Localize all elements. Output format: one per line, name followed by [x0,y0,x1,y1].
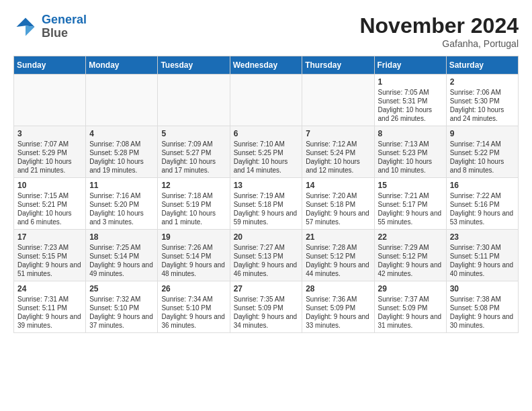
calendar: SundayMondayTuesdayWednesdayThursdayFrid… [13,56,519,333]
day-info: Daylight: 9 hours and 59 minutes. [234,209,299,226]
calendar-cell: 19Sunrise: 7:26 AMSunset: 5:14 PMDayligh… [158,230,230,281]
day-info: Sunrise: 7:21 AM [378,191,443,200]
day-info: Sunrise: 7:29 AM [378,243,443,252]
calendar-cell: 6Sunrise: 7:10 AMSunset: 5:25 PMDaylight… [230,126,302,178]
day-number: 25 [89,284,154,293]
day-info: Sunset: 5:14 PM [161,252,226,261]
day-info: Sunset: 5:11 PM [17,304,82,312]
svg-marker-1 [26,26,35,36]
day-info: Sunset: 5:17 PM [378,200,443,209]
location: Gafanha, Portugal [359,38,519,49]
day-info: Daylight: 9 hours and 39 minutes. [17,312,82,330]
calendar-cell: 5Sunrise: 7:09 AMSunset: 5:27 PMDaylight… [158,126,230,178]
day-info: Sunset: 5:22 PM [450,148,515,157]
day-info: Sunset: 5:09 PM [234,304,299,312]
day-info: Daylight: 10 hours and 10 minutes. [378,157,443,175]
day-info: Sunrise: 7:09 AM [161,140,226,148]
day-info: Sunset: 5:24 PM [306,148,370,157]
day-info: Sunrise: 7:20 AM [306,191,370,200]
day-info: Sunrise: 7:05 AM [378,88,443,97]
day-number: 7 [306,129,370,138]
calendar-cell: 10Sunrise: 7:15 AMSunset: 5:21 PMDayligh… [14,178,86,230]
day-info: Sunset: 5:16 PM [450,200,515,209]
day-number: 21 [306,232,370,242]
month-title: November 2024 [359,13,519,38]
day-info: Daylight: 9 hours and 48 minutes. [161,261,226,278]
day-info: Sunrise: 7:22 AM [450,191,515,200]
calendar-cell: 30Sunrise: 7:38 AMSunset: 5:08 PMDayligh… [446,281,518,333]
day-number: 12 [161,181,226,190]
day-info: Sunrise: 7:35 AM [234,295,299,304]
day-number: 10 [17,181,82,190]
calendar-cell [14,75,86,126]
day-number: 14 [306,181,370,190]
day-number: 29 [378,284,443,293]
day-info: Daylight: 10 hours and 3 minutes. [89,209,154,226]
day-info: Daylight: 10 hours and 1 minute. [161,209,226,226]
day-number: 1 [378,77,443,87]
calendar-cell: 22Sunrise: 7:29 AMSunset: 5:12 PMDayligh… [374,230,446,281]
day-info: Sunrise: 7:25 AM [89,243,154,252]
calendar-cell: 20Sunrise: 7:27 AMSunset: 5:13 PMDayligh… [230,230,302,281]
day-info: Sunrise: 7:08 AM [89,140,154,148]
day-info: Daylight: 10 hours and 14 minutes. [234,157,299,175]
calendar-cell: 24Sunrise: 7:31 AMSunset: 5:11 PMDayligh… [14,281,86,333]
day-info: Sunrise: 7:31 AM [17,295,82,304]
day-info: Sunset: 5:27 PM [161,148,226,157]
day-info: Sunset: 5:20 PM [89,200,154,209]
day-info: Sunset: 5:10 PM [89,304,154,312]
calendar-cell: 8Sunrise: 7:13 AMSunset: 5:23 PMDaylight… [374,126,446,178]
day-number: 11 [89,181,154,190]
day-info: Sunrise: 7:15 AM [17,191,82,200]
weekday-header: Saturday [446,56,518,75]
weekday-header: Tuesday [158,56,230,75]
day-info: Daylight: 9 hours and 37 minutes. [89,312,154,330]
day-info: Daylight: 9 hours and 34 minutes. [234,312,299,330]
calendar-cell: 25Sunrise: 7:32 AMSunset: 5:10 PMDayligh… [86,281,158,333]
calendar-cell: 13Sunrise: 7:19 AMSunset: 5:18 PMDayligh… [230,178,302,230]
day-info: Sunrise: 7:14 AM [450,140,515,148]
calendar-cell: 11Sunrise: 7:16 AMSunset: 5:20 PMDayligh… [86,178,158,230]
calendar-cell: 28Sunrise: 7:36 AMSunset: 5:09 PMDayligh… [302,281,374,333]
calendar-cell: 12Sunrise: 7:18 AMSunset: 5:19 PMDayligh… [158,178,230,230]
logo-icon [13,15,38,39]
day-info: Sunset: 5:23 PM [378,148,443,157]
day-info: Daylight: 9 hours and 33 minutes. [306,312,370,330]
day-number: 22 [378,232,443,242]
day-info: Sunset: 5:15 PM [17,252,82,261]
day-info: Sunset: 5:30 PM [450,97,515,105]
weekday-header: Monday [86,56,158,75]
day-info: Sunrise: 7:38 AM [450,295,515,304]
day-info: Sunset: 5:21 PM [17,200,82,209]
day-info: Sunrise: 7:36 AM [306,295,370,304]
weekday-header: Wednesday [230,56,302,75]
day-info: Daylight: 9 hours and 36 minutes. [161,312,226,330]
day-number: 27 [234,284,299,293]
day-info: Daylight: 9 hours and 42 minutes. [378,261,443,278]
calendar-cell: 9Sunrise: 7:14 AMSunset: 5:22 PMDaylight… [446,126,518,178]
day-info: Daylight: 10 hours and 21 minutes. [17,157,82,175]
day-number: 6 [234,129,299,138]
calendar-cell: 21Sunrise: 7:28 AMSunset: 5:12 PMDayligh… [302,230,374,281]
day-info: Daylight: 9 hours and 40 minutes. [450,261,515,278]
day-info: Sunset: 5:28 PM [89,148,154,157]
day-info: Sunrise: 7:34 AM [161,295,226,304]
calendar-cell: 1Sunrise: 7:05 AMSunset: 5:31 PMDaylight… [374,75,446,126]
calendar-cell: 18Sunrise: 7:25 AMSunset: 5:14 PMDayligh… [86,230,158,281]
day-info: Sunset: 5:12 PM [378,252,443,261]
calendar-cell: 16Sunrise: 7:22 AMSunset: 5:16 PMDayligh… [446,178,518,230]
day-info: Sunset: 5:10 PM [161,304,226,312]
day-info: Sunrise: 7:27 AM [234,243,299,252]
day-info: Sunrise: 7:18 AM [161,191,226,200]
day-info: Sunrise: 7:26 AM [161,243,226,252]
title-block: November 2024 Gafanha, Portugal [359,13,519,49]
calendar-cell [86,75,158,126]
calendar-cell: 7Sunrise: 7:12 AMSunset: 5:24 PMDaylight… [302,126,374,178]
day-info: Sunset: 5:31 PM [378,97,443,105]
day-info: Sunset: 5:09 PM [378,304,443,312]
calendar-cell: 27Sunrise: 7:35 AMSunset: 5:09 PMDayligh… [230,281,302,333]
day-info: Daylight: 9 hours and 49 minutes. [89,261,154,278]
day-info: Daylight: 9 hours and 51 minutes. [17,261,82,278]
day-info: Daylight: 9 hours and 53 minutes. [450,209,515,226]
calendar-cell: 26Sunrise: 7:34 AMSunset: 5:10 PMDayligh… [158,281,230,333]
